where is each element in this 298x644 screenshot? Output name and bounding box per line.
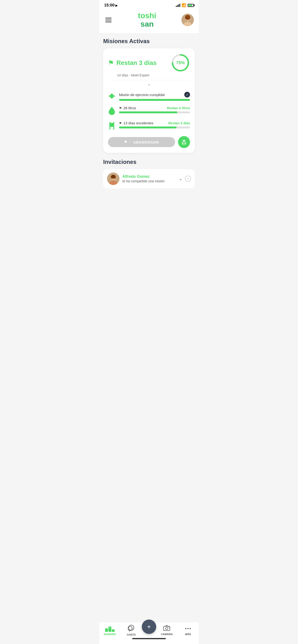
- exercise-check-icon: ✓: [184, 92, 190, 98]
- food-mission-label: ⚑ 13 días excelentes: [119, 121, 153, 125]
- status-time: 15:00: [104, 3, 114, 8]
- hamburger-menu[interactable]: [104, 16, 113, 24]
- mission-card: ⚑ Restan 3 días 75% 14 días - Nivel Expe…: [103, 48, 195, 153]
- location-icon: ▶: [115, 4, 118, 7]
- mission-item-food: ⚑ 13 días excelentes Restan 3 días: [108, 121, 190, 132]
- mission-action-row: ⚑→ ABANDONAR: [108, 136, 190, 148]
- svg-point-19: [129, 625, 134, 630]
- inviter-name: Alfredo Gomez: [122, 174, 176, 179]
- inviter-description: te ha compartido una misión: [122, 179, 176, 183]
- missions-section-title: Misiones Activas: [103, 38, 195, 44]
- home-indicator: [132, 638, 166, 639]
- inviter-avatar: [107, 172, 119, 185]
- ranking-icon: 1: [105, 625, 115, 632]
- progress-circle: 75%: [171, 53, 190, 72]
- status-bar: 15:00 ▶ 📶: [99, 0, 199, 9]
- chats-label: CHATS: [127, 633, 135, 636]
- invitations-section-title: Invitaciones: [103, 158, 195, 165]
- food-icon: [108, 122, 116, 132]
- svg-rect-13: [113, 122, 114, 130]
- exercise-mission-label: Misión de ejercicio cumplida!: [119, 93, 165, 97]
- svg-rect-12: [109, 122, 110, 130]
- invitation-close-button[interactable]: ✕: [185, 176, 191, 182]
- svg-rect-8: [114, 96, 115, 96]
- logo-san: san: [140, 20, 154, 28]
- nav-item-camara[interactable]: CAMARA: [156, 625, 178, 636]
- svg-rect-18: [111, 175, 115, 177]
- svg-rect-9: [110, 95, 111, 98]
- abandon-icon: ⚑→: [124, 140, 131, 144]
- exercise-progress-bar: [119, 99, 190, 101]
- water-progress-bar: [119, 112, 190, 113]
- status-icons: 📶: [176, 3, 194, 8]
- camera-icon: [163, 625, 170, 632]
- app-logo: toshi san: [138, 12, 156, 28]
- nav-item-chats[interactable]: CHATS: [121, 624, 142, 636]
- mission-item-exercise: Misión de ejercicio cumplida! ✓: [108, 92, 190, 102]
- camara-label: CAMARA: [161, 633, 173, 636]
- nav-plus-button[interactable]: +: [142, 620, 156, 634]
- app-header: toshi san: [99, 9, 199, 33]
- wifi-icon: 📶: [182, 3, 186, 8]
- battery-icon: [188, 4, 194, 7]
- mission-flag-icon: ⚑: [108, 59, 114, 67]
- invitation-item: Alfredo Gomez te ha compartido una misió…: [103, 169, 195, 188]
- logo-toshi: toshi: [138, 11, 156, 20]
- svg-rect-11: [111, 94, 113, 98]
- nav-item-mas[interactable]: MÁS: [178, 625, 199, 636]
- svg-point-4: [186, 15, 190, 18]
- chats-icon: [128, 624, 135, 632]
- user-avatar[interactable]: [181, 14, 194, 26]
- main-content: Misiones Activas ⚑ Restan 3 días 75% 14 …: [99, 33, 199, 217]
- mas-icon: [185, 625, 191, 632]
- signal-bars: [176, 4, 180, 7]
- mission-header: ⚑ Restan 3 días 75%: [108, 53, 190, 72]
- mas-label: MÁS: [185, 633, 191, 636]
- share-button[interactable]: [178, 136, 190, 148]
- ranking-label: RANKING: [104, 633, 116, 636]
- abandon-button[interactable]: ⚑→ ABANDONAR: [108, 137, 175, 147]
- chevron-up-icon[interactable]: ⌃: [108, 83, 190, 89]
- food-progress-bar: [119, 126, 190, 128]
- svg-rect-10: [113, 95, 114, 98]
- water-remaining: Restan 6 litros: [167, 106, 190, 110]
- bottom-navigation: 1 RANKING CHATS +: [99, 622, 199, 644]
- mission-divider: [108, 80, 190, 80]
- mission-level-info: 14 días - Nivel Expert: [117, 73, 190, 77]
- progress-percent-text: 75%: [176, 60, 185, 66]
- invitation-expand-chevron[interactable]: ⌄: [179, 176, 182, 181]
- exercise-icon: [108, 92, 116, 102]
- invitations-section: Invitaciones Alfredo Gomez te ha compart…: [103, 158, 195, 188]
- svg-rect-7: [108, 96, 110, 96]
- water-icon: [108, 106, 116, 117]
- svg-point-22: [166, 627, 168, 630]
- water-mission-label: ⚑ 28 litros: [119, 106, 136, 110]
- svg-point-23: [169, 627, 169, 628]
- mission-days-title: Restan 3 días: [116, 59, 157, 66]
- nav-item-ranking[interactable]: 1 RANKING: [99, 625, 121, 636]
- food-remaining: Restan 3 días: [169, 121, 190, 125]
- mission-item-water: ⚑ 28 litros Restan 6 litros: [108, 106, 190, 117]
